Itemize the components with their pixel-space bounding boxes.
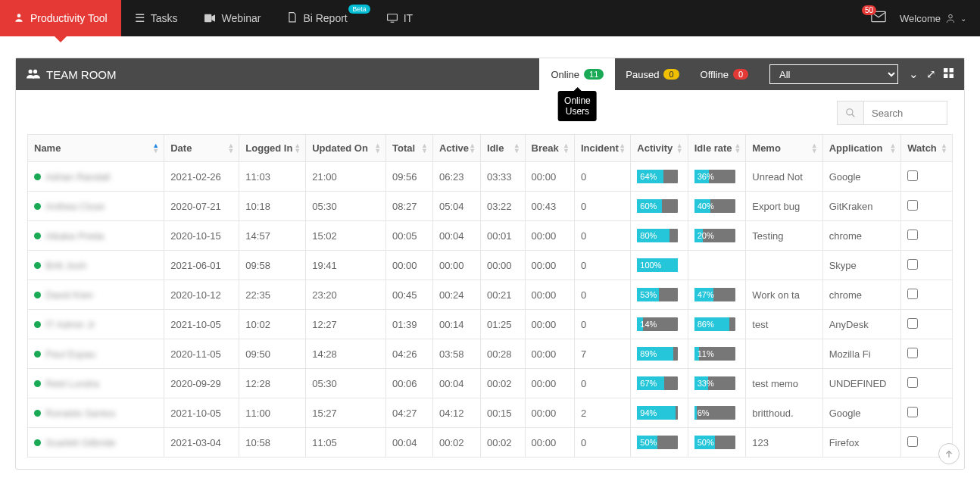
user-name[interactable]: Reid Lundra <box>45 378 99 389</box>
cell-app: chrome <box>822 280 901 310</box>
watch-checkbox[interactable] <box>907 407 918 417</box>
svg-line-14 <box>852 114 855 117</box>
search-input[interactable] <box>864 101 947 125</box>
cell-idle-rate: 20% <box>688 221 746 251</box>
cell-activity: 94% <box>631 398 688 428</box>
cell-idle: 00:15 <box>481 398 526 428</box>
cell-updated: 15:27 <box>306 398 386 428</box>
progress-bar: 100% <box>637 258 678 272</box>
cell-app: GitKraken <box>822 192 901 221</box>
status-tab-offline[interactable]: Offline 0 <box>690 58 759 90</box>
watch-checkbox[interactable] <box>907 348 918 358</box>
col-name[interactable]: Name▲▼ <box>28 135 164 162</box>
user-name[interactable]: Ronaldo Santos <box>45 408 116 419</box>
cell-watch <box>901 398 953 428</box>
col-date[interactable]: Date▲▼ <box>164 135 239 162</box>
col-application[interactable]: Application▲▼ <box>822 135 901 162</box>
document-icon <box>288 12 297 25</box>
col-watch[interactable]: Watch▲▼ <box>901 135 953 162</box>
mail-icon[interactable]: 50 <box>871 11 886 27</box>
col-idle-rate[interactable]: Idle rate▲▼ <box>688 135 746 162</box>
team-table: Name▲▼Date▲▼Logged In▲▼Updated On▲▼Total… <box>27 134 953 458</box>
user-menu[interactable]: Welcome ⌄ <box>900 13 966 24</box>
nav-item-webinar[interactable]: Webinar <box>191 0 274 36</box>
cell-total: 00:06 <box>386 369 433 398</box>
cell-logged: 14:57 <box>239 221 306 251</box>
col-active[interactable]: Active▲▼ <box>432 135 480 162</box>
cell-updated: 05:30 <box>306 192 386 221</box>
progress-bar: 47% <box>694 288 735 301</box>
status-tab-paused[interactable]: Paused 0 <box>615 58 689 90</box>
search-button[interactable] <box>837 101 864 125</box>
search-icon <box>845 108 856 118</box>
cell-total: 00:04 <box>386 428 433 458</box>
cell-updated: 23:20 <box>306 280 386 310</box>
watch-checkbox[interactable] <box>907 377 918 388</box>
status-tab-online[interactable]: Online 11 OnlineUsers <box>539 58 615 90</box>
watch-checkbox[interactable] <box>907 200 918 211</box>
cell-idle: 00:01 <box>481 221 526 251</box>
nav-item-it[interactable]: IT <box>373 0 426 36</box>
col-logged-in[interactable]: Logged In▲▼ <box>239 135 306 162</box>
grid-icon[interactable] <box>944 67 953 81</box>
user-name[interactable]: Britt Josh <box>45 260 86 271</box>
svg-rect-11 <box>944 74 947 78</box>
user-name[interactable]: Scarlett Gilbride <box>45 437 115 448</box>
cell-date: 2021-10-05 <box>164 310 239 339</box>
cell-break: 00:00 <box>525 251 574 280</box>
cell-incident: 2 <box>574 398 630 428</box>
cell-app: AnyDesk <box>822 310 901 339</box>
watch-checkbox[interactable] <box>907 289 918 299</box>
panel-header: TEAM ROOM Online 11 OnlineUsers Paused 0… <box>16 58 964 90</box>
filter-select[interactable]: All <box>769 64 898 84</box>
cell-active: 00:24 <box>432 280 480 310</box>
progress-bar: 6% <box>694 406 735 420</box>
watch-checkbox[interactable] <box>907 259 918 270</box>
col-incident[interactable]: Incident▲▼ <box>574 135 630 162</box>
user-name[interactable]: David Kien <box>45 289 93 301</box>
svg-rect-1 <box>204 14 211 22</box>
nav-item-productivity[interactable]: Productivity Tool <box>0 0 121 36</box>
user-name[interactable]: Anthea Cluse <box>45 201 105 212</box>
col-activity[interactable]: Activity▲▼ <box>631 135 688 162</box>
cell-logged: 10:02 <box>239 310 306 339</box>
user-name[interactable]: IT Admin Jr <box>45 319 95 330</box>
status-dot-icon <box>34 439 41 446</box>
table-row: David Kien2020-10-1222:3523:2000:4500:24… <box>28 280 953 310</box>
svg-point-0 <box>17 14 21 17</box>
svg-point-13 <box>847 109 853 115</box>
expand-icon[interactable]: ⤢ <box>926 67 936 81</box>
chevron-down-icon[interactable]: ⌄ <box>909 67 919 81</box>
cell-watch <box>901 369 953 398</box>
cell-app: chrome <box>822 221 901 251</box>
cell-idle: 03:22 <box>481 192 526 221</box>
cell-activity: 64% <box>631 162 688 192</box>
status-label: Paused <box>626 69 659 80</box>
user-name[interactable]: Adrian Randall <box>45 171 110 183</box>
cell-active: 05:04 <box>432 192 480 221</box>
cell-memo: Testing <box>746 221 822 251</box>
user-name[interactable]: Aikaka Preda <box>45 230 104 242</box>
watch-checkbox[interactable] <box>907 230 918 240</box>
scroll-top-button[interactable] <box>938 443 960 464</box>
progress-bar: 20% <box>694 229 735 242</box>
nav-item-tasks[interactable]: ☰ Tasks <box>121 0 192 36</box>
cell-logged: 09:58 <box>239 251 306 280</box>
watch-checkbox[interactable] <box>907 318 918 329</box>
progress-bar: 40% <box>694 199 735 213</box>
cell-memo: test <box>746 310 822 339</box>
progress-bar: 86% <box>694 317 735 331</box>
watch-checkbox[interactable] <box>907 170 918 181</box>
cell-activity: 14% <box>631 310 688 339</box>
user-name[interactable]: Paul Espau <box>45 348 96 360</box>
col-break[interactable]: Break▲▼ <box>525 135 574 162</box>
nav-item-bireport[interactable]: Bi Report Beta <box>274 0 373 36</box>
watch-checkbox[interactable] <box>907 436 918 447</box>
cell-idle: 00:28 <box>481 339 526 369</box>
cell-activity: 53% <box>631 280 688 310</box>
col-updated-on[interactable]: Updated On▲▼ <box>306 135 386 162</box>
col-idle[interactable]: Idle▲▼ <box>481 135 526 162</box>
col-total[interactable]: Total▲▼ <box>386 135 433 162</box>
col-memo[interactable]: Memo▲▼ <box>746 135 822 162</box>
svg-rect-9 <box>944 68 947 72</box>
